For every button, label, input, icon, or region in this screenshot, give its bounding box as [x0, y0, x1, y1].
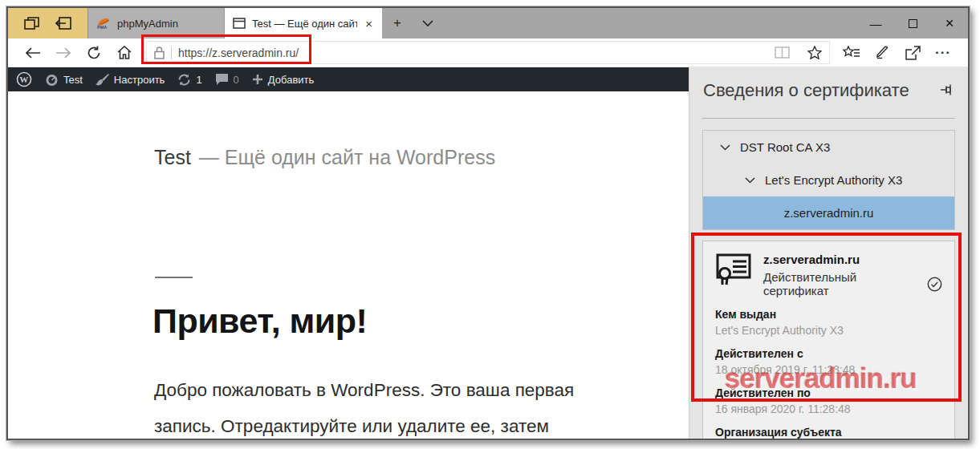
field-value-issued-by: Let's Encrypt Authority X3	[715, 324, 942, 337]
tree-item-label: DST Root CA X3	[740, 140, 830, 154]
post-paragraph-line2: запись. Отредактируйте или удалите ее, з…	[154, 416, 549, 437]
wp-add-new-label: Добавить	[268, 74, 314, 86]
forward-icon[interactable]	[48, 47, 79, 59]
share-icon[interactable]	[897, 46, 928, 60]
tab-title: Test — Ещё один сайт н	[252, 18, 357, 30]
wp-site-menu[interactable]: Test	[45, 73, 83, 87]
post-title[interactable]: Привет, мир!	[152, 301, 367, 341]
tab-close-icon[interactable]: ×	[364, 17, 374, 30]
certificate-subject: z.serveradmin.ru	[763, 253, 942, 266]
phpmyadmin-favicon: PMA	[96, 17, 111, 30]
lock-icon	[154, 47, 165, 59]
tree-item-root-ca[interactable]: DST Root CA X3	[703, 131, 954, 164]
wp-customize-label: Настроить	[114, 74, 165, 86]
certificate-panel: Сведения о сертификате DST Root CA X3 Le…	[689, 67, 968, 439]
set-tabs-aside-icon[interactable]	[55, 17, 71, 30]
valid-check-icon	[927, 277, 942, 292]
tab-actions-box	[8, 8, 88, 38]
update-icon	[177, 73, 191, 87]
tree-item-label: z.serveradmin.ru	[784, 206, 874, 220]
address-bar[interactable]: https://z.serveradmin.ru/	[146, 41, 830, 64]
certificate-chain-tree: DST Root CA X3 Let's Encrypt Authority X…	[702, 130, 955, 230]
certificate-icon	[715, 253, 752, 286]
browser-toolbar: https://z.serveradmin.ru/ ···	[8, 38, 968, 67]
svg-text:W: W	[19, 75, 28, 84]
wp-add-new-menu[interactable]: Добавить	[252, 74, 314, 86]
wp-admin-bar: W Test Настроить	[8, 67, 689, 91]
annotate-pen-icon[interactable]	[867, 46, 897, 60]
plus-icon	[252, 74, 263, 85]
minimize-button[interactable]: —	[857, 8, 894, 38]
svg-text:PMA: PMA	[97, 25, 107, 30]
close-window-button[interactable]: ×	[931, 8, 968, 38]
tab-test-active[interactable]: Test — Ещё один сайт н ×	[225, 8, 382, 38]
browser-window: PMA phpMyAdmin Test — Ещё один сайт н × …	[6, 6, 970, 440]
tab-title: phpMyAdmin	[117, 18, 216, 30]
field-value-valid-from: 18 октября 2019 г. 11:28:48	[715, 363, 942, 376]
url-text[interactable]: https://z.serveradmin.ru/	[178, 47, 299, 59]
settings-ellipsis-icon[interactable]: ···	[928, 45, 958, 61]
pin-icon[interactable]	[940, 83, 956, 96]
tree-item-label: Let's Encrypt Authority X3	[765, 173, 902, 187]
wp-updates-count: 1	[196, 74, 201, 86]
wp-updates-menu[interactable]: 1	[177, 73, 201, 87]
dashboard-icon	[45, 73, 59, 87]
field-label-issued-by: Кем выдан	[715, 308, 942, 321]
tree-item-leaf-selected[interactable]: z.serveradmin.ru	[703, 196, 954, 229]
field-label-subject-org: Организация субъекта	[715, 426, 942, 439]
certificate-details-card: z.serveradmin.ru Действительный сертифик…	[702, 241, 955, 439]
maximize-button[interactable]	[894, 8, 931, 38]
brush-icon	[96, 73, 109, 87]
page-favicon	[233, 18, 246, 29]
wp-comments-count: 0	[234, 74, 239, 86]
hub-icon[interactable]	[836, 46, 867, 59]
home-icon[interactable]	[109, 46, 140, 59]
field-value-valid-to: 16 января 2020 г. 11:28:48	[715, 402, 942, 415]
field-label-valid-from: Действителен с	[715, 347, 942, 360]
panel-title: Сведения о сертификате	[703, 80, 909, 101]
wp-site-label: Test	[63, 74, 83, 86]
page-content: Test— Ещё один сайт на WordPress Привет,…	[8, 91, 689, 439]
field-label-valid-to: Действителен по	[715, 386, 942, 399]
address-separator	[171, 47, 172, 59]
certificate-status: Действительный сертификат	[763, 270, 921, 297]
site-title-link[interactable]: Test	[154, 146, 191, 168]
chevron-down-icon[interactable]	[745, 177, 755, 184]
reading-view-icon[interactable]	[775, 47, 790, 59]
entry-divider	[155, 277, 193, 278]
titlebar-drag-area	[443, 8, 857, 38]
tree-item-intermediate-ca[interactable]: Let's Encrypt Authority X3	[703, 164, 954, 196]
tab-bar: PMA phpMyAdmin Test — Ещё один сайт н × …	[8, 8, 968, 38]
favorites-star-icon[interactable]	[807, 46, 822, 59]
site-branding: Test— Ещё один сайт на WordPress	[154, 146, 495, 169]
webpage: W Test Настроить	[8, 67, 689, 439]
panel-divider	[702, 118, 955, 119]
comment-icon	[215, 73, 229, 86]
chevron-down-icon[interactable]	[720, 144, 730, 151]
refresh-icon[interactable]	[79, 46, 109, 60]
post-paragraph-line1: Добро пожаловать в WordPress. Это ваша п…	[154, 380, 574, 401]
wp-logo-icon[interactable]: W	[16, 71, 32, 87]
site-tagline: — Ещё один сайт на WordPress	[199, 146, 495, 168]
tab-list-chevron-icon[interactable]	[413, 8, 443, 38]
wp-comments-menu[interactable]: 0	[215, 73, 239, 86]
new-tab-button[interactable]: +	[382, 8, 413, 38]
maximize-icon	[909, 19, 917, 28]
tab-phpmyadmin[interactable]: PMA phpMyAdmin	[88, 8, 225, 38]
tab-preview-icon[interactable]	[24, 17, 39, 30]
wp-customize-menu[interactable]: Настроить	[96, 73, 165, 87]
back-icon[interactable]	[18, 47, 48, 59]
